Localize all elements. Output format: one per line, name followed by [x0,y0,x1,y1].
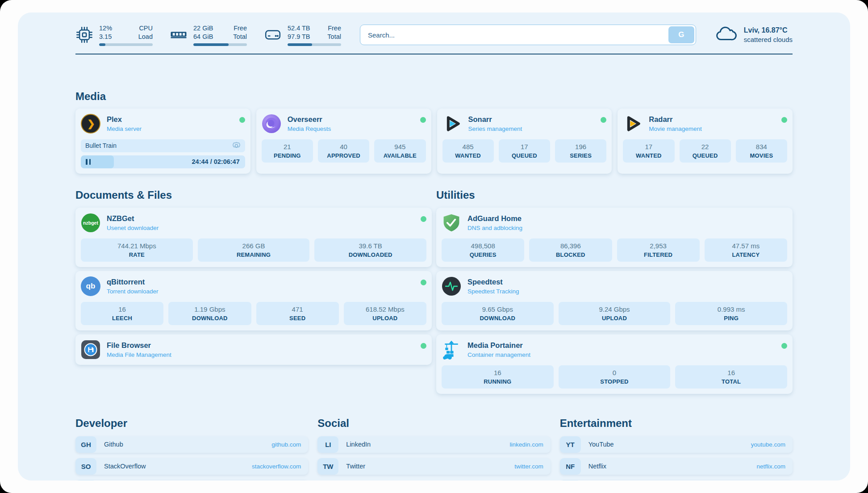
link-row-stackoverflow[interactable]: SO StackOverflow stackoverflow.com [75,458,308,475]
service-title: qBittorrent [107,278,414,286]
service-card-qbittorrent[interactable]: qb qBittorrent Torrent downloader 16LEEC… [75,271,432,330]
stat-chip: 40APPROVED [318,139,369,163]
service-card-filebrowser[interactable]: File Browser Media File Management [75,334,432,365]
service-card-overseerr[interactable]: Overseerr Media Requests 21PENDING 40APP… [256,109,431,174]
service-card-radarr[interactable]: Radarr Movie management 17WANTED 22QUEUE… [618,109,793,174]
links-column-entertainment: Entertainment YT YouTube youtube.com NF … [560,417,793,480]
speedtest-icon [442,276,461,296]
service-subtitle: Media Requests [288,125,414,132]
status-dot [781,343,787,349]
cpu-values: 12%3.15 [99,24,112,41]
stat-chip: 0.993 msPING [675,302,787,325]
stat-chip: 16TOTAL [675,365,787,389]
cpu-labels: CPULoad [138,24,153,41]
header-divider [75,54,793,54]
google-search-button[interactable]: G [668,26,694,43]
stat-chip: 744.21 MbpsRATE [81,238,193,262]
service-subtitle: Torrent downloader [107,288,414,295]
service-title: AdGuard Home [467,214,787,223]
link-badge: GH [75,436,96,453]
stat-chip: 9.24 GbpsUPLOAD [559,302,671,325]
service-subtitle: Media server [107,125,233,132]
section-title-social: Social [317,417,550,430]
link-badge: TW [317,458,338,475]
stat-chip: 0STOPPED [559,365,671,389]
disk-icon [264,26,282,44]
link-row-reddit[interactable]: RE Reddit reddit.com [560,480,793,480]
service-card-nzbget[interactable]: nzbget NZBGet Usenet downloader 744.21 M… [75,208,432,267]
stat-chip: 39.6 TBDOWNLOADED [314,238,426,262]
link-row-linkedin[interactable]: LI LinkedIn linkedin.com [317,436,550,453]
service-title: Radarr [649,115,775,124]
stat-chip: 9.65 GbpsDOWNLOAD [442,302,554,325]
session-settings-icon[interactable] [232,142,241,150]
disk-stat: 52.4 TB97.9 TB FreeTotal [264,24,341,46]
link-badge: RE [560,480,581,480]
dashboard-page: 12%3.15 CPULoad [18,13,850,480]
service-subtitle: Movie management [649,125,775,132]
top-bar: 12%3.15 CPULoad [75,24,793,46]
service-card-plex[interactable]: ❯ Plex Media server Bullet Train [75,109,250,174]
stat-chip: 16RUNNING [442,365,554,389]
service-title: Media Portainer [467,341,775,350]
section-title-media: Media [75,90,793,103]
adguard-icon [442,213,461,233]
playback-time: 24:44 / 02:06:47 [192,158,240,165]
weather-widget: Lviv, 16.87°C scattered clouds [715,25,793,45]
link-badge: YT [560,436,581,453]
cpu-progress-bar [99,43,153,46]
service-card-adguard[interactable]: AdGuard Home DNS and adblocking 498,508Q… [436,208,793,267]
svg-text:nzbget: nzbget [83,220,98,226]
service-card-speedtest[interactable]: Speedtest Speedtest Tracking 9.65 GbpsDO… [436,271,793,330]
disk-values: 52.4 TB97.9 TB [288,24,310,41]
service-card-sonarr[interactable]: Sonarr Series management 485WANTED 17QUE… [437,109,612,174]
stat-chip: 16LEECH [81,302,163,325]
nzbget-icon: nzbget [81,213,100,233]
cpu-icon [75,26,93,44]
links-column-social: Social LI LinkedIn linkedin.com TW Twitt… [317,417,550,480]
stat-chip: 47.57 msLATENCY [705,238,787,262]
status-dot [421,216,426,222]
link-row-netflix[interactable]: NF Netflix netflix.com [560,458,793,475]
section-title-utilities: Utilities [436,189,793,201]
service-title: Plex [107,115,233,124]
service-title: Speedtest [467,278,787,286]
status-dot [420,117,426,123]
service-subtitle: Series management [468,125,595,132]
stat-chip: 266 GBREMAINING [198,238,310,262]
status-dot [421,343,426,349]
app-window: 12%3.15 CPULoad [0,0,868,493]
stat-chip: 2,953FILTERED [617,238,700,262]
status-dot [601,117,606,123]
service-subtitle: Media File Management [107,351,414,358]
service-subtitle: DNS and adblocking [467,225,787,231]
link-row-twitter[interactable]: TW Twitter twitter.com [317,458,550,475]
cloud-icon [715,25,737,45]
weather-location: Lviv, 16.87°C [744,26,793,34]
stat-chip: 17QUEUED [499,139,550,163]
stat-chip: 471SEED [256,302,339,325]
disk-labels: FreeTotal [327,24,341,41]
search-bar: G [360,25,696,45]
cpu-stat: 12%3.15 CPULoad [75,24,153,46]
ram-labels: FreeTotal [233,24,247,41]
service-card-portainer[interactable]: Media Portainer Container management 16R… [436,334,793,394]
stat-chip: 17WANTED [623,139,674,163]
service-title: Overseerr [288,115,414,124]
status-dot [239,117,245,123]
link-row-youtube[interactable]: YT YouTube youtube.com [560,436,793,453]
plex-icon: ❯ [81,114,100,134]
service-title: Sonarr [468,115,595,124]
search-input[interactable] [360,25,696,45]
service-subtitle: Usenet downloader [107,225,414,231]
status-dot [421,280,426,285]
portainer-icon [442,340,461,359]
stat-chip: 485WANTED [442,139,494,163]
links-column-developer: Developer GH Github github.com SO StackO… [75,417,308,480]
ram-stat: 22 GiB64 GiB FreeTotal [170,24,247,46]
disk-progress-bar [288,43,341,46]
link-row-dev[interactable]: DT DEV dev.to [75,480,308,480]
link-row-github[interactable]: GH Github github.com [75,436,308,453]
stat-chip: 21PENDING [262,139,313,163]
ram-values: 22 GiB64 GiB [193,24,213,41]
